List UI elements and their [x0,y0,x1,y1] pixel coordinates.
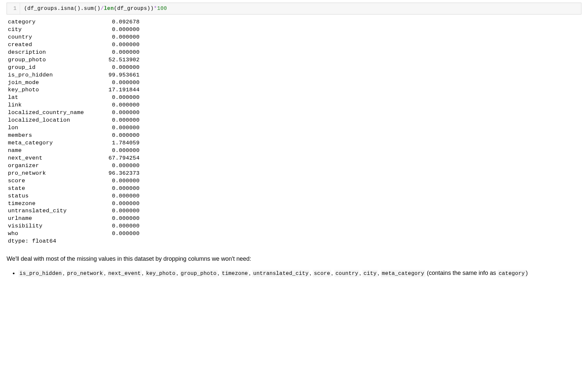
inline-code: is_pro_hidden [18,270,63,277]
output-key: description [8,49,103,56]
output-row: category0.092678 [8,18,581,26]
output-key: lon [8,124,103,132]
inline-code: city [362,270,378,277]
line-number: 1 [7,3,20,14]
output-value: 0.000000 [103,147,140,155]
inline-code: meta_category [381,270,425,277]
output-row: timezone0.000000 [8,200,581,208]
code-token-method: sum [84,6,94,12]
output-key: pro_network [8,170,103,177]
output-value: 1.784059 [103,139,140,147]
output-value: 0.000000 [103,124,140,132]
output-row: lat0.000000 [8,94,581,102]
inline-code: group_photo [180,270,218,277]
output-value: 0.000000 [103,34,140,41]
code-token-paren: ( [24,6,27,12]
code-token-paren: ) [150,6,154,12]
code-cell[interactable]: 1 (df_groups.isna().sum()/len(df_groups)… [7,3,581,15]
output-value: 17.191844 [103,86,140,94]
output-row: untranslated_city0.000000 [8,207,581,215]
inline-code: country [334,270,359,277]
output-row: next_event67.794254 [8,155,581,162]
code-token-name: df_groups [27,6,57,12]
output-value: 96.362373 [103,170,140,177]
output-key: is_pro_hidden [8,72,103,79]
markdown-bullet: is_pro_hidden, pro_network, next_event, … [18,268,581,278]
code-token-number: 100 [157,6,167,12]
markdown-paragraph: We'll deal with most of the missing valu… [7,254,581,263]
output-value: 0.000000 [103,117,140,124]
output-row: meta_category1.784059 [8,139,581,147]
output-row: key_photo17.191844 [8,86,581,94]
output-value: 0.000000 [103,79,140,87]
output-key: group_photo [8,56,103,64]
output-key: state [8,185,103,192]
code-content[interactable]: (df_groups.isna().sum()/len(df_groups))*… [20,3,171,14]
output-value: 0.000000 [103,41,140,49]
inline-code: pro_network [66,270,104,277]
inline-code: timezone [221,270,249,277]
output-value: 0.000000 [103,215,140,222]
output-value: 0.000000 [103,200,140,208]
output-row: pro_network96.362373 [8,170,581,177]
inline-code: key_photo [145,270,176,277]
output-dtype: dtype: float64 [8,238,581,245]
output-key: join_mode [8,79,103,87]
markdown-cell: We'll deal with most of the missing valu… [7,254,581,278]
output-key: untranslated_city [8,207,103,215]
code-token-builtin: len [104,6,114,12]
output-row: localized_country_name0.000000 [8,109,581,117]
output-row: urlname0.000000 [8,215,581,222]
output-key: name [8,147,103,155]
code-token-dot: . [81,6,84,12]
output-row: country0.000000 [8,34,581,41]
code-token-paren: () [74,6,81,12]
output-value: 0.092678 [103,18,140,26]
output-key: organizer [8,162,103,170]
output-row: members0.000000 [8,132,581,139]
inline-code: next_event [107,270,142,277]
output-key: localized_country_name [8,109,103,117]
output-row: who0.000000 [8,230,581,238]
output-row: organizer0.000000 [8,162,581,170]
inline-code: category [498,270,526,277]
code-token-dot: . [57,6,61,12]
code-token-operator: / [100,6,104,12]
output-key: members [8,132,103,139]
output-row: created0.000000 [8,41,581,49]
output-value: 0.000000 [103,94,140,102]
output-row: lon0.000000 [8,124,581,132]
output-row: group_id0.000000 [8,64,581,72]
output-key: timezone [8,200,103,208]
output-value: 67.794254 [103,155,140,162]
output-row: localized_location0.000000 [8,117,581,124]
code-token-paren: ( [114,6,117,12]
output-key: link [8,102,103,109]
output-key: next_event [8,155,103,162]
output-row: description0.000000 [8,49,581,56]
output-value: 0.000000 [103,26,140,34]
inline-code: untranslated_city [252,270,309,277]
output-value: 99.953661 [103,72,140,79]
output-key: group_id [8,64,103,72]
output-key: country [8,34,103,41]
output-value: 0.000000 [103,192,140,200]
output-value: 0.000000 [103,207,140,215]
output-value: 0.000000 [103,230,140,238]
output-row: visibility0.000000 [8,222,581,230]
output-value: 0.000000 [103,177,140,185]
output-row: link0.000000 [8,102,581,109]
inline-code: score [313,270,331,277]
output-row: status0.000000 [8,192,581,200]
output-key: who [8,230,103,238]
code-token-method: isna [61,6,74,12]
output-value: 0.000000 [103,162,140,170]
code-token-operator: * [154,6,157,12]
output-area: category0.092678city0.000000country0.000… [8,18,581,245]
output-value: 0.000000 [103,109,140,117]
output-value: 0.000000 [103,185,140,192]
output-value: 0.000000 [103,132,140,139]
code-token-paren: () [94,6,100,12]
output-value: 0.000000 [103,64,140,72]
output-row: is_pro_hidden99.953661 [8,72,581,79]
